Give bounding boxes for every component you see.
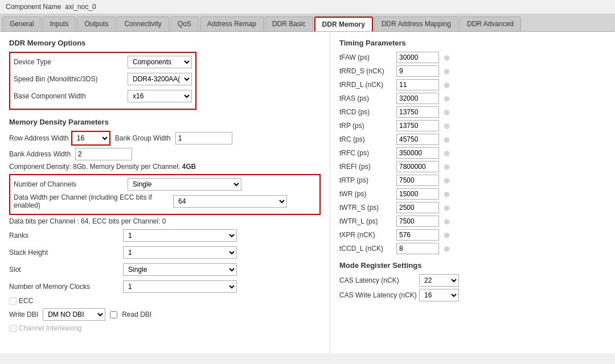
data-width-select[interactable]: 6432128: [173, 195, 287, 208]
timing-input-9[interactable]: [396, 175, 439, 186]
ranks-control: 124: [123, 229, 237, 242]
row-address-width-select[interactable]: 16141517: [72, 132, 109, 144]
timing-input-7[interactable]: [396, 147, 439, 159]
read-dbi-checkbox[interactable]: [110, 311, 117, 318]
timing-input-11[interactable]: [396, 202, 439, 213]
tab-general[interactable]: General: [2, 16, 42, 31]
timing-clear-8[interactable]: ⊗: [444, 163, 450, 171]
stack-height-row: Stack Height 124: [9, 246, 321, 259]
cas-write-latency-value: 16121418: [419, 289, 459, 301]
timing-input-8[interactable]: [396, 161, 439, 172]
ecc-checkbox[interactable]: [9, 297, 17, 305]
timing-value-8: [396, 161, 442, 172]
timing-value-12: [396, 216, 442, 227]
timing-input-10[interactable]: [396, 188, 439, 200]
tab-ddr-memory[interactable]: DDR Memory: [314, 16, 373, 31]
timing-label-4: tRCD (ps): [339, 108, 396, 116]
write-dbi-label: Write DBI: [9, 311, 38, 318]
timing-value-14: [396, 243, 442, 254]
num-channels-control: SingleDual: [128, 178, 241, 191]
base-component-width-control: x16 x8 x4: [128, 90, 192, 102]
timing-value-7: [396, 147, 442, 159]
cas-latency-select[interactable]: 2216182024: [419, 274, 459, 287]
component-value: axi_noc_0: [65, 3, 96, 11]
tab-outputs[interactable]: Outputs: [77, 16, 116, 31]
timing-input-12[interactable]: [396, 216, 439, 227]
timing-value-2: [396, 79, 442, 90]
timing-input-0[interactable]: [396, 52, 439, 63]
timing-input-14[interactable]: [396, 243, 439, 254]
timing-label-0: tFAW (ps): [339, 53, 396, 61]
stack-height-select[interactable]: 124: [123, 246, 237, 259]
timing-row-13: tXPR (nCK)⊗: [339, 229, 606, 241]
timing-value-13: [396, 229, 442, 241]
tab-ddr-basic[interactable]: DDR Basic: [265, 16, 313, 31]
timing-clear-5[interactable]: ⊗: [444, 122, 450, 130]
bank-address-width-label: Bank Address Width: [9, 150, 71, 158]
cas-write-latency-select[interactable]: 16121418: [419, 289, 459, 301]
timing-clear-3[interactable]: ⊗: [444, 94, 450, 103]
read-dbi-label: Read DBI: [122, 311, 151, 318]
data-bits-info: Data bits per Channel : 64, ECC bits per…: [9, 217, 321, 225]
timing-input-5[interactable]: [396, 120, 439, 131]
timing-input-1[interactable]: [396, 65, 439, 77]
timing-input-3[interactable]: [396, 93, 439, 104]
tab-connectivity[interactable]: Connectivity: [117, 16, 169, 31]
memory-density-title: Memory Density Parameters: [9, 118, 321, 126]
mode-register-title: Mode Register Settings: [339, 261, 606, 270]
tab-inputs[interactable]: Inputs: [43, 16, 76, 31]
tab-ddr-address-mapping[interactable]: DDR Address Mapping: [374, 16, 458, 31]
slot-select[interactable]: SingleDual: [123, 263, 237, 276]
stack-height-control: 124: [123, 246, 237, 259]
timing-value-10: [396, 188, 442, 200]
ranks-select[interactable]: 124: [123, 229, 237, 242]
speed-bin-select[interactable]: DDR4-3200AA(22-22-22) DDR4-2666U: [128, 73, 192, 85]
stack-height-label: Stack Height: [9, 249, 123, 257]
timing-clear-11[interactable]: ⊗: [444, 204, 450, 212]
timing-clear-6[interactable]: ⊗: [444, 135, 450, 144]
speed-bin-label: Speed Bin (Monolithic/3DS): [14, 75, 128, 83]
timing-row-11: tWTR_S (ps)⊗: [339, 202, 606, 213]
bank-address-width-input[interactable]: [75, 148, 132, 160]
timing-label-2: tRRD_L (nCK): [339, 81, 396, 89]
channels-group: Number of Channels SingleDual Data Width…: [9, 174, 321, 215]
row-address-width-label: Row Address Width: [9, 134, 69, 142]
tab-ddr-advanced[interactable]: DDR Advanced: [460, 16, 521, 31]
timing-input-2[interactable]: [396, 79, 439, 90]
timing-params-container: tFAW (ps)⊗tRRD_S (nCK)⊗tRRD_L (nCK)⊗tRAS…: [339, 52, 606, 254]
timing-clear-0[interactable]: ⊗: [444, 53, 450, 62]
timing-input-6[interactable]: [396, 134, 439, 145]
cas-write-latency-label: CAS Write Latency (nCK): [339, 291, 419, 299]
timing-clear-12[interactable]: ⊗: [444, 217, 450, 226]
timing-clear-9[interactable]: ⊗: [444, 176, 450, 185]
timing-row-9: tRTP (ps)⊗: [339, 175, 606, 186]
base-component-width-select[interactable]: x16 x8 x4: [128, 90, 192, 102]
timing-input-13[interactable]: [396, 229, 439, 241]
num-memory-clocks-select[interactable]: 12: [123, 280, 237, 293]
num-channels-select[interactable]: SingleDual: [128, 178, 241, 191]
timing-label-14: tCCD_L (nCK): [339, 245, 396, 253]
component-label: Component Name: [6, 3, 61, 11]
write-dbi-select[interactable]: DM NO DBIDBIDM: [43, 308, 105, 321]
bank-group-width-input[interactable]: [175, 132, 232, 144]
timing-clear-4[interactable]: ⊗: [444, 108, 450, 117]
base-component-width-label: Base Component Width: [14, 92, 128, 100]
timing-value-0: [396, 52, 442, 63]
tab-address-remap[interactable]: Address Remap: [200, 16, 264, 31]
channel-interleaving-checkbox[interactable]: [9, 325, 17, 332]
num-memory-clocks-control: 12: [123, 280, 237, 293]
ranks-row: Ranks 124: [9, 229, 321, 242]
cas-latency-row: CAS Latency (nCK) 2216182024: [339, 274, 606, 287]
timing-label-11: tWTR_S (ps): [339, 204, 396, 212]
timing-clear-13[interactable]: ⊗: [444, 231, 450, 239]
timing-clear-7[interactable]: ⊗: [444, 149, 450, 158]
device-type-select[interactable]: Components SODIMM UDIMM: [128, 56, 192, 68]
timing-row-4: tRCD (ps)⊗: [339, 106, 606, 118]
timing-clear-1[interactable]: ⊗: [444, 67, 450, 76]
timing-input-4[interactable]: [396, 106, 439, 118]
timing-clear-14[interactable]: ⊗: [444, 245, 450, 253]
timing-clear-2[interactable]: ⊗: [444, 81, 450, 89]
timing-clear-10[interactable]: ⊗: [444, 190, 450, 198]
tab-qos[interactable]: QoS: [170, 16, 199, 31]
cas-latency-value: 2216182024: [419, 274, 459, 287]
